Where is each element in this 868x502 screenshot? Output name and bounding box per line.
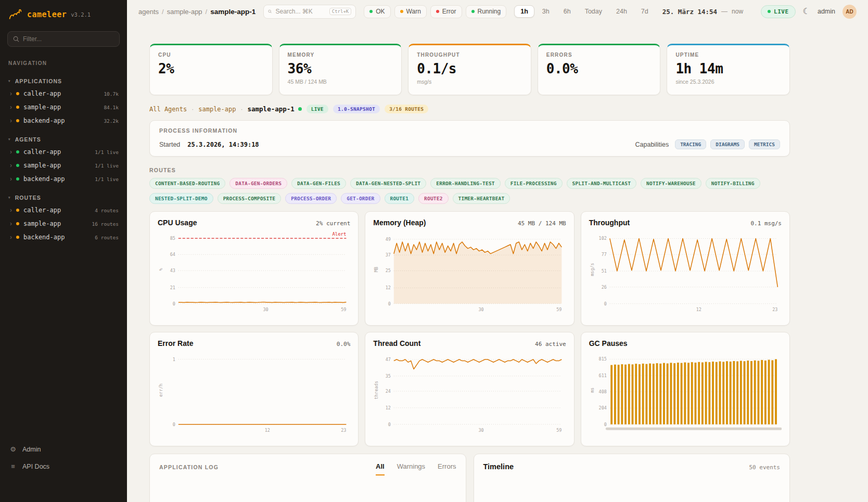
breadcrumb-item-agents[interactable]: agents: [138, 8, 159, 16]
svg-text:threads: threads: [374, 381, 379, 400]
filter-label: OK: [376, 8, 385, 15]
route-chip-process-composite[interactable]: PROCESS-COMPOSITE: [218, 193, 282, 204]
sidebar-item-backend-app[interactable]: ›backend-app6 routes: [0, 230, 127, 244]
route-chip-data-gen-files[interactable]: DATA-GEN-FILES: [291, 178, 346, 189]
svg-text:611: 611: [598, 373, 606, 378]
route-chip-split-and-multicast[interactable]: SPLIT-AND-MULTICAST: [567, 178, 636, 189]
live-status-badge[interactable]: LIVE: [761, 5, 796, 18]
route-chip-notify-billing[interactable]: NOTIFY-BILLING: [706, 178, 760, 189]
chart-header: Error Rate0.0%: [158, 339, 350, 347]
route-chip-content-based-routing[interactable]: CONTENT-BASED-ROUTING: [149, 178, 225, 189]
agent-crumb-all-agents[interactable]: All Agents: [149, 106, 187, 113]
svg-text:21: 21: [170, 285, 175, 290]
range-button-6h[interactable]: 6h: [557, 5, 577, 18]
main-area: agents/sample-app/sample-app-1 Ctrl+K OK…: [127, 0, 868, 502]
status-filter-ok[interactable]: OK: [364, 5, 390, 18]
timeline-title: Timeline: [483, 462, 514, 471]
svg-text:ms: ms: [590, 388, 595, 393]
item-name: sample-app: [23, 162, 61, 169]
range-button-24h[interactable]: 24h: [610, 5, 633, 18]
route-chip-data-gen-nested-split[interactable]: DATA-GEN-NESTED-SPLIT: [350, 178, 426, 189]
item-name: backend-app: [23, 234, 65, 241]
route-chip-notify-warehouse[interactable]: NOTIFY-WAREHOUSE: [641, 178, 701, 189]
sidebar-item-sample-app[interactable]: ›sample-app1/1 live: [0, 159, 127, 172]
route-chip-process-order[interactable]: PROCESS-ORDER: [285, 193, 337, 204]
agent-crumb-sample-app[interactable]: sample-app: [198, 106, 236, 113]
route-chip-get-order[interactable]: GET-ORDER: [341, 193, 380, 204]
sidebar-item-sample-app[interactable]: ›sample-app84.1k: [0, 100, 127, 114]
chart-title: Thread Count: [373, 339, 420, 347]
status-filter-error[interactable]: Error: [430, 5, 462, 18]
datetime-value: 25. März 14:54: [662, 8, 717, 16]
route-chip-route1[interactable]: ROUTE1: [385, 193, 415, 204]
user-name: admin: [818, 8, 835, 15]
sidebar-item-sample-app[interactable]: ›sample-app16 routes: [0, 217, 127, 230]
sidebar-item-backend-app[interactable]: ›backend-app1/1 live: [0, 172, 127, 186]
chart-plot: 012253749MB3059: [373, 228, 566, 315]
log-tab-all[interactable]: All: [376, 462, 385, 475]
status-filter-running[interactable]: Running: [466, 5, 507, 18]
log-tab-errors[interactable]: Errors: [438, 462, 456, 475]
search-input[interactable]: [275, 8, 325, 15]
item-badge: 1/1 live: [95, 176, 119, 182]
capability-chips: TRACINGDIAGRAMSMETRICS: [675, 139, 780, 149]
range-button-3h[interactable]: 3h: [536, 5, 556, 18]
chart-header: CPU Usage2% current: [158, 218, 350, 227]
stat-card-cpu: CPU2%: [149, 44, 273, 95]
sidebar-group-header[interactable]: ▾AGENTS: [0, 134, 127, 145]
chart-plot: 021436485%3059Alert: [158, 228, 350, 315]
range-button-7d[interactable]: 7d: [635, 5, 655, 18]
capability-metrics: METRICS: [749, 139, 780, 149]
sidebar-group-header[interactable]: ▾ROUTES: [0, 192, 127, 203]
sidebar-footer-admin[interactable]: ⚙Admin: [0, 441, 127, 458]
chart-current-value: 45 MB / 124 MB: [518, 220, 566, 227]
timeline-events-count: 50 events: [749, 464, 780, 471]
datetime-display[interactable]: 25. März 14:54 — now: [662, 8, 743, 16]
route-chip-file-processing[interactable]: FILE-PROCESSING: [505, 178, 563, 189]
sidebar-item-backend-app[interactable]: ›backend-app32.2k: [0, 114, 127, 127]
log-header: APPLICATION LOG AllWarningsErrors: [159, 462, 456, 475]
sidebar-item-caller-app[interactable]: ›caller-app4 routes: [0, 203, 127, 217]
logo[interactable]: cameleer v3.2.1: [0, 0, 127, 25]
route-chip-route2[interactable]: ROUTE2: [418, 193, 449, 204]
svg-text:23: 23: [341, 428, 346, 433]
route-chip-nested-split-demo[interactable]: NESTED-SPLIT-DEMO: [149, 193, 213, 204]
range-button-1h[interactable]: 1h: [514, 5, 534, 18]
gear-icon: ⚙: [9, 445, 17, 453]
chart-header: Throughput0.1 msg/s: [589, 218, 782, 227]
application-log-panel: APPLICATION LOG AllWarningsErrors: [149, 454, 466, 502]
stat-card-errors: ERRORS0.0%: [538, 44, 661, 95]
charts-grid: CPU Usage2% current021436485%3059AlertMe…: [149, 211, 790, 446]
svg-text:47: 47: [386, 357, 391, 362]
dark-mode-toggle-moon-icon[interactable]: ☾: [803, 7, 810, 16]
sidebar-filter: [7, 31, 120, 47]
status-filters: OKWarnErrorRunning: [364, 5, 506, 18]
svg-text:59: 59: [341, 307, 346, 312]
item-name: caller-app: [23, 90, 61, 97]
started-label: Started: [159, 141, 180, 148]
crumb-separator: ·: [241, 106, 243, 113]
breadcrumb-item-sample-app[interactable]: sample-app: [167, 8, 202, 16]
stat-value: 0.0%: [546, 61, 652, 76]
chart-current-value: 0.0%: [337, 341, 351, 347]
process-info-row: Started 25.3.2026, 14:39:18 Capabilities…: [159, 139, 780, 149]
sidebar-item-caller-app[interactable]: ›caller-app1/1 live: [0, 145, 127, 159]
sidebar-item-caller-app[interactable]: ›caller-app10.7k: [0, 87, 127, 100]
route-chip-error-handling-test[interactable]: ERROR-HANDLING-TEST: [430, 178, 500, 189]
route-chip-data-gen-orders[interactable]: DATA-GEN-ORDERS: [229, 178, 287, 189]
topbar-right: LIVE ☾ admin AD: [761, 5, 857, 19]
sidebar-footer-api-docs[interactable]: ≡API Docs: [0, 458, 127, 475]
live-label: LIVE: [774, 8, 789, 15]
route-chip-timer-heartbeat[interactable]: TIMER-HEARTBEAT: [453, 193, 510, 204]
svg-text:25: 25: [386, 268, 391, 273]
avatar[interactable]: AD: [843, 5, 857, 19]
agent-badge-live: LIVE: [307, 105, 328, 113]
log-tab-warnings[interactable]: Warnings: [397, 462, 425, 475]
sidebar-filter-input[interactable]: [23, 35, 114, 43]
status-filter-warn[interactable]: Warn: [394, 5, 427, 18]
sidebar-group-header[interactable]: ▾APPLICATIONS: [0, 75, 127, 87]
routes-section: ROUTES CONTENT-BASED-ROUTINGDATA-GEN-ORD…: [149, 167, 790, 204]
svg-text:0: 0: [604, 422, 606, 427]
stat-label: MEMORY: [288, 52, 393, 58]
range-button-today[interactable]: Today: [579, 5, 608, 18]
